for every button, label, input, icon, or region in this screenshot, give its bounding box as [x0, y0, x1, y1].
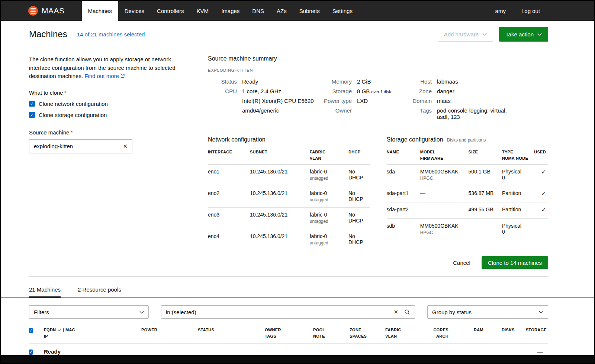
nav-item-subnets[interactable]: Subnets [293, 1, 326, 21]
clone-network-checkbox-row[interactable]: ✓ Clone network configuration [29, 101, 186, 107]
storage-config-table: NAME MODELFIRMWARE SIZE TYPENUMA NODE US… [387, 147, 549, 240]
nav-user-link[interactable]: amy [495, 8, 506, 14]
list-tabs-bar: 21 Machines 2 Resource pools [1, 277, 594, 298]
summary-value-note: over 1 disk [371, 90, 391, 94]
tab-machines-list[interactable]: 21 Machines [29, 286, 61, 298]
nav-item-dns[interactable]: DNS [246, 1, 270, 21]
col-header-fqdn[interactable]: FQDN | MAC IP [44, 327, 141, 339]
search-input[interactable] [166, 309, 385, 315]
col-header-name: NAME [387, 147, 420, 165]
take-action-button[interactable]: Take action [499, 27, 548, 42]
nav-item-images[interactable]: Images [215, 1, 246, 21]
used-checkmark-icon: ✓ [534, 165, 548, 186]
nav-item-settings[interactable]: Settings [326, 1, 359, 21]
clear-search-icon[interactable]: ✕ [393, 309, 398, 315]
take-action-label: Take action [505, 31, 534, 38]
summary-label: Memory [319, 78, 352, 85]
network-row: eno2 10.245.136.0/21 fabric-0untagged No… [208, 186, 370, 208]
summary-value: Intel(R) Xeon(R) CPU E5620 [242, 98, 319, 104]
clone-storage-checkbox-label: Clone storage configuration [39, 112, 107, 118]
required-asterisk: * [70, 129, 73, 136]
col-header-size: SIZE [469, 147, 502, 165]
required-asterisk: * [64, 90, 67, 96]
nav-item-azs[interactable]: AZs [270, 1, 293, 21]
group-by-dropdown[interactable]: Group by status [427, 305, 548, 319]
nav-item-devices[interactable]: Devices [118, 1, 151, 21]
maas-logo-icon [28, 6, 38, 16]
nav-item-machines[interactable]: Machines [82, 1, 118, 21]
col-header-fabric-vlan: FABRICVLAN [310, 147, 348, 165]
select-all-checkbox[interactable]: ✓ [29, 328, 33, 333]
col-header-disks[interactable]: DISKS [483, 327, 515, 333]
col-header-subnet: SUBNET [250, 147, 310, 165]
source-machine-summary: Source machine summary EXPLODING-KITTEN … [202, 47, 548, 250]
used-checkmark-icon: ✓ [534, 202, 548, 219]
summary-value: danger [437, 88, 511, 94]
col-header-ram[interactable]: RAM [448, 327, 483, 333]
network-row: eno3 10.245.136.0/21 fabric-0untagged No… [208, 208, 370, 229]
col-header-owner-tags[interactable]: OWNERTAGS [265, 327, 313, 339]
filters-dropdown[interactable]: Filters [29, 305, 149, 319]
col-header-interface: INTERFACE [208, 147, 250, 165]
checkbox-checked-icon[interactable]: ✓ [29, 112, 35, 118]
col-header-status[interactable]: STATUS [198, 327, 265, 333]
summary-label: Domain [408, 98, 432, 104]
filters-row: Filters ✕ Group by status [29, 305, 548, 319]
summary-value: pod-console-logging, virtual, asdf, 123 [437, 107, 511, 120]
nav-logout-link[interactable]: Log out [521, 8, 540, 14]
cancel-button[interactable]: Cancel [453, 260, 470, 266]
find-out-more-link[interactable]: Find out more [84, 73, 125, 79]
col-header-zone-spaces[interactable]: ZONESPACES [350, 327, 385, 339]
col-header-used: USED [534, 147, 548, 165]
col-header-cores-arch[interactable]: CORESARCH [426, 327, 448, 339]
col-header-pool-note[interactable]: POOLNOTE [313, 327, 350, 339]
col-header-type-numa: TYPENUMA NODE [502, 147, 534, 165]
nav-user-area: amy Log out [495, 1, 594, 21]
source-machine-label: Source machine* [29, 129, 186, 136]
tab-resource-pools[interactable]: 2 Resource pools [78, 286, 121, 298]
clone-submit-button[interactable]: Clone to 14 machines [482, 256, 548, 269]
sort-chevron-icon[interactable] [58, 329, 61, 331]
col-header-storage[interactable]: STORAGE [515, 327, 547, 333]
find-out-more-label: Find out more [84, 73, 119, 79]
maas-logo[interactable]: MAAS [28, 1, 65, 21]
source-machine-input[interactable] [34, 143, 120, 149]
nav-item-controllers[interactable]: Controllers [151, 1, 190, 21]
machine-table-header: ✓ FQDN | MAC IP POWER STATUS OWNERTAGS P… [29, 325, 548, 344]
group-storage-value: — [515, 348, 547, 355]
col-header-dhcp: DHCP [348, 147, 370, 165]
what-to-clone-label: What to clone* [29, 90, 186, 96]
checkbox-checked-icon[interactable]: ✓ [29, 101, 35, 107]
clear-input-icon[interactable]: ✕ [123, 143, 128, 150]
top-nav: MAAS Machines Devices Controllers KVM Im… [1, 1, 594, 21]
storage-config-heading: Storage configurationDisks and partition… [387, 136, 549, 143]
source-machine-field: ✕ [29, 139, 132, 153]
summary-grid: Status Ready CPU 1 core, 2.4 GHz Intel(R… [208, 78, 548, 120]
col-header-power[interactable]: POWER [141, 327, 198, 333]
group-select-checkbox[interactable]: ✓ [29, 350, 33, 355]
selection-count-link[interactable]: 14 of 21 machines selected [77, 31, 145, 38]
summary-label: Zone [408, 88, 432, 94]
group-by-dropdown-label: Group by status [432, 309, 472, 315]
search-icon[interactable] [404, 309, 410, 315]
bottom-frame-bar [1, 355, 594, 363]
summary-label: Status [208, 78, 237, 85]
header-actions: Add hardware Take action [438, 27, 548, 42]
add-hardware-button[interactable]: Add hardware [438, 27, 493, 42]
used-checkmark-icon [534, 219, 548, 240]
clone-form: The clone function allows you to apply s… [29, 47, 202, 250]
summary-label: Storage [319, 88, 352, 94]
clone-storage-checkbox-row[interactable]: ✓ Clone storage configuration [29, 112, 186, 118]
summary-label: Tags [408, 107, 432, 120]
nav-item-kvm[interactable]: KVM [190, 1, 215, 21]
page-header: Machines 14 of 21 machines selected Add … [29, 21, 548, 47]
col-header-fabric-vlan[interactable]: FABRICVLAN [385, 327, 426, 339]
summary-label [208, 107, 237, 114]
used-checkmark-icon: ✓ [534, 186, 548, 202]
storage-configuration: Storage configurationDisks and partition… [387, 136, 549, 250]
add-hardware-label: Add hardware [444, 31, 479, 38]
summary-value: Ready [242, 78, 319, 85]
summary-label: Host [408, 78, 432, 85]
network-row: eno4 10.245.136.0/21 fabric-0untagged No… [208, 229, 370, 251]
summary-value: labmaas [437, 78, 511, 85]
